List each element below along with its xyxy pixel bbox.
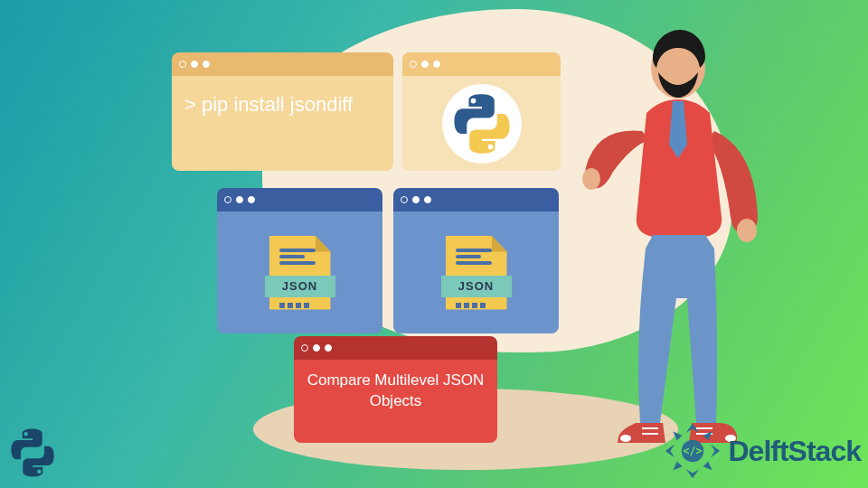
- svg-point-1: [582, 168, 600, 190]
- window-dot-icon: [301, 344, 308, 352]
- window-dot-icon: [313, 344, 320, 352]
- svg-text:</>: </>: [683, 445, 702, 457]
- window-dot-icon: [224, 196, 231, 203]
- window-dot-icon: [325, 344, 332, 352]
- python-logo-container: [402, 76, 561, 171]
- window-dot-icon: [179, 61, 186, 68]
- python-logo-icon: [446, 88, 518, 160]
- window-dot-icon: [191, 61, 198, 68]
- json-label: JSON: [265, 276, 335, 297]
- window-dot-icon: [203, 61, 210, 68]
- python-corner-icon: [5, 425, 61, 481]
- json-file-container: JSON: [393, 211, 559, 333]
- json-file-icon: JSON: [443, 232, 510, 314]
- svg-point-4: [620, 435, 631, 442]
- titlebar: [217, 188, 382, 211]
- window-dot-icon: [410, 61, 417, 68]
- titlebar: [172, 52, 393, 76]
- titlebar: [393, 188, 559, 211]
- window-dot-icon: [236, 196, 243, 203]
- window-dot-icon: [248, 196, 255, 203]
- window-compare: Compare Multilevel JSON Objects: [294, 336, 497, 443]
- window-json-right: JSON: [393, 188, 559, 333]
- json-file-icon: JSON: [267, 232, 334, 314]
- compare-text: Compare Multilevel JSON Objects: [294, 360, 497, 443]
- delftstack-logo-icon: </>: [660, 418, 725, 483]
- person-illustration: [579, 27, 796, 461]
- delftstack-brand: </> DelftStack: [660, 418, 862, 483]
- pip-command-text: > pip install jsondiff: [172, 76, 393, 171]
- window-dot-icon: [401, 196, 408, 203]
- window-pip-install: > pip install jsondiff: [172, 52, 393, 171]
- json-label: JSON: [441, 276, 512, 297]
- window-dot-icon: [424, 196, 431, 203]
- brand-name: DelftStack: [729, 435, 862, 468]
- window-dot-icon: [412, 196, 420, 203]
- window-json-left: JSON: [217, 188, 382, 333]
- window-dot-icon: [421, 61, 429, 68]
- window-dot-icon: [433, 61, 440, 68]
- titlebar: [402, 52, 561, 76]
- json-file-container: JSON: [217, 211, 382, 333]
- titlebar: [294, 336, 497, 360]
- window-python-logo: [402, 52, 561, 171]
- svg-point-2: [737, 219, 757, 242]
